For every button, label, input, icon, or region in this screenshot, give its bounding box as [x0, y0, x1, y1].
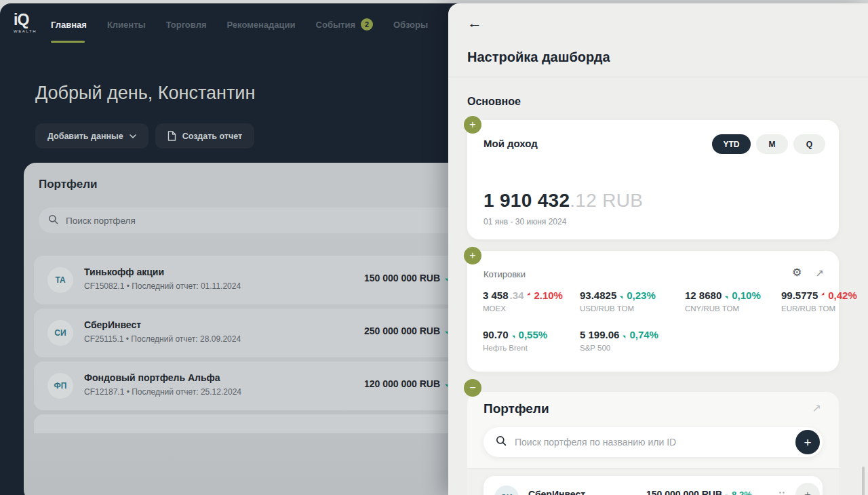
- quote-moex: 3 458.342.10% MOEX: [483, 290, 563, 313]
- period-tabs: YTD M Q: [712, 134, 825, 154]
- tab-quarter[interactable]: Q: [793, 134, 825, 154]
- income-card-title: Мой доход: [484, 138, 538, 149]
- quotes-card: Котировки ⚙ ↗ 3 458.342.10% MOEX 93.4825…: [467, 251, 839, 372]
- panel-portfolio-search-input[interactable]: [513, 436, 823, 448]
- panel-title: Настройка дашборда: [467, 50, 610, 65]
- nav-item-reviews[interactable]: Обзоры: [393, 20, 428, 30]
- income-amount: 1 910 432.12 RUB: [484, 190, 643, 212]
- active-tab-underline: [51, 41, 85, 43]
- avatar: ТА: [47, 267, 73, 293]
- open-link-icon[interactable]: ↗: [812, 401, 821, 414]
- nav-item-clients[interactable]: Клиенты: [107, 20, 146, 30]
- quote-sp500: 5 199.060,74% S&P 500: [580, 329, 658, 352]
- nav-item-events[interactable]: События 2: [316, 18, 373, 31]
- nav-item-recommendations[interactable]: Рекоменадации: [226, 20, 295, 30]
- scrollbar[interactable]: [862, 467, 865, 495]
- add-data-button[interactable]: Добавить данные: [35, 123, 149, 148]
- panel-portfolio-list: СИ СберИнвест 150 000 000 RUB 8.2% +: [467, 469, 839, 495]
- logo-subtext: WEALTH: [14, 29, 37, 33]
- events-count-badge: 2: [361, 18, 373, 31]
- quote-usd-rub: 93.48250,23% USD/RUB TOM: [580, 290, 656, 313]
- screen: iQ WEALTH Главная Клиенты Торговля Реком…: [0, 0, 868, 495]
- section-main-label: Основное: [467, 96, 521, 108]
- chevron-down-icon: [130, 134, 136, 138]
- avatar: ФП: [47, 373, 73, 399]
- portfolios-card-title: Портфели: [39, 178, 97, 191]
- avatar: СИ: [494, 486, 519, 495]
- quote-cny-rub: 12 86800,10% CNY/RUB TOM: [685, 290, 761, 313]
- trend-up-icon: [623, 332, 628, 338]
- quote-eur-rub: 99.57750,42% EUR/RUB TOM: [781, 290, 857, 313]
- hero-buttons: Добавить данные Создать отчет: [35, 123, 254, 148]
- collapse-widget-button[interactable]: −: [464, 379, 481, 397]
- income-card: Мой доход YTD M Q 1 910 432.12 RUB 01 ян…: [467, 120, 839, 239]
- gear-icon[interactable]: ⚙: [792, 267, 802, 278]
- portfolio-row[interactable]: ТА Тинькофф акции CF15082.1 • Последний …: [34, 256, 468, 304]
- back-button[interactable]: ←: [467, 16, 482, 31]
- add-widget-button[interactable]: +: [464, 116, 481, 134]
- nav-item-trading[interactable]: Торговля: [166, 20, 207, 30]
- top-nav: Главная Клиенты Торговля Рекоменадации С…: [51, 3, 495, 45]
- trend-up-icon: [725, 293, 730, 298]
- logo-text: iQ: [14, 12, 37, 28]
- drag-handle-icon[interactable]: [778, 491, 785, 495]
- trend-down-icon: [527, 292, 532, 298]
- header-divider: [448, 77, 868, 77]
- trend-up-icon: [512, 332, 517, 338]
- tab-month[interactable]: M: [756, 134, 788, 154]
- quote-brent: 90.700,55% Нефть Brent: [483, 329, 547, 352]
- app-logo: iQ WEALTH: [14, 12, 37, 33]
- panel-portfolios-section: Портфели ↗ + СИ СберИнвест 150 000 000 R…: [467, 392, 839, 495]
- create-report-button[interactable]: Создать отчет: [155, 123, 255, 148]
- panel-portfolio-search[interactable]: +: [484, 427, 823, 457]
- portfolio-list: ТА Тинькофф акции CF15082.1 • Последний …: [34, 256, 468, 433]
- portfolio-search[interactable]: [39, 207, 473, 233]
- add-portfolio-button[interactable]: +: [795, 430, 820, 454]
- add-widget-button[interactable]: +: [464, 247, 481, 264]
- row-action-button[interactable]: +: [795, 483, 820, 495]
- dashboard-settings-panel: ← Настройка дашборда Основное + Мой дохо…: [448, 3, 868, 495]
- quotes-card-title: Котировки: [484, 269, 526, 279]
- panel-portfolios-title: Портфели: [484, 401, 549, 416]
- portfolio-row-partial[interactable]: [34, 414, 468, 433]
- trend-up-icon: [725, 492, 730, 495]
- tab-ytd[interactable]: YTD: [712, 134, 751, 154]
- portfolio-row[interactable]: ФП Фондовый портфель Альфа CF12187.1 • П…: [34, 361, 468, 410]
- search-icon: [496, 435, 507, 449]
- open-link-icon[interactable]: ↗: [815, 268, 824, 278]
- portfolio-search-input[interactable]: [64, 215, 463, 226]
- income-period: 01 янв - 30 июня 2024: [484, 217, 566, 226]
- page-greeting: Добрый день, Константин: [35, 83, 255, 104]
- trend-up-icon: [620, 293, 625, 298]
- panel-portfolio-row[interactable]: СИ СберИнвест 150 000 000 RUB 8.2% +: [484, 476, 823, 495]
- avatar: СИ: [47, 320, 73, 346]
- nav-item-home[interactable]: Главная: [51, 20, 87, 30]
- search-icon: [48, 214, 58, 227]
- document-icon: [167, 131, 176, 141]
- trend-down-icon: [821, 292, 827, 298]
- portfolio-row[interactable]: СИ СберИнвест CF25115.1 • Последний отче…: [34, 309, 468, 357]
